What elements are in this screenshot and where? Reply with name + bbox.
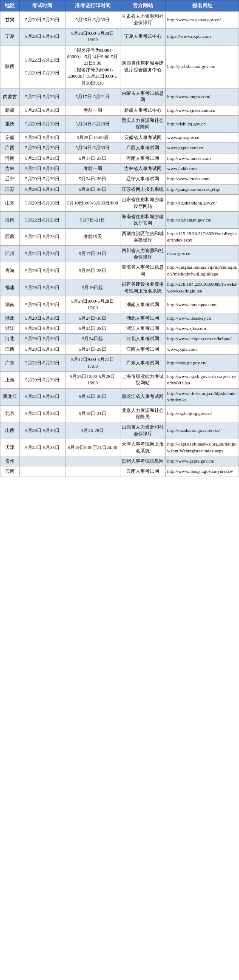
header-official: 官方网站 <box>120 0 165 11</box>
table-row-exam-time: 5月29日-5月30日 <box>20 279 65 296</box>
header-admit-time: 准考证打印时间 <box>65 0 120 11</box>
table-row-admit-time: 5月20日-30日 <box>65 184 120 194</box>
table-row-admit-time: 5月17日-5月21日 <box>65 88 120 105</box>
table-row-register: http://www.rst.gansu.gov.cn/ <box>166 11 239 28</box>
table-row-admit-time: 5月24日起 <box>65 334 120 344</box>
table-row-region: 湖南 <box>0 296 20 313</box>
table-row-region: 北京 <box>0 405 20 422</box>
table-row-register: http://zjt.hainan.gov.cn/ <box>166 211 239 228</box>
table-row-exam-time: 5月22日-5月23日 <box>20 355 65 372</box>
table-row-exam-time: 5月29日-5月30日 <box>20 195 65 212</box>
exam-table: 地区 考试时间 准考证打印时间 官方网站 报名网址 甘肃5月29日-5月30日5… <box>0 0 239 477</box>
table-row-region: 青海 <box>0 262 20 279</box>
table-row-region: 辽宁 <box>0 174 20 184</box>
table-row-exam-time: 5月29日-5月30日 <box>20 184 65 194</box>
table-row-admit-time: 〔报名序号为00001-80000〕:5月14日9:00-5月23日9:30 〔… <box>65 45 120 88</box>
table-row-official: 安徽省人事考试网 <box>120 132 165 142</box>
table-row-register: www.gxpta.com.cn <box>166 143 239 153</box>
table-row-exam-time <box>20 466 65 477</box>
table-row-official: 西藏自治区住房和城乡建设厅 <box>120 228 165 245</box>
table-row-official: 天津人事考试网上报名系统 <box>120 439 165 456</box>
table-row-exam-time: 5月22日-5月23日 <box>20 405 65 422</box>
table-row-admit-time: 5月24日-30日 <box>65 313 120 323</box>
table-row-admit-time: 5月24日-5月28日 <box>65 116 120 133</box>
table-row-official: 四川省人力资源和社会保障厅 <box>120 245 165 262</box>
table-row-official: 黑龙江省人事考试网 <box>120 388 165 405</box>
table-row-register: http://www.xjrsks.com.cn <box>166 105 239 115</box>
table-row-exam-time: 5月22日-5月23日 <box>20 439 65 456</box>
table-row-exam-time: 5月29日-5月30日 <box>20 116 65 133</box>
table-row-exam-time: 5月29日-5月30日 <box>20 11 65 28</box>
table-row-official: 陕西省住房和城乡建设厅综合服务中心 <box>120 45 165 88</box>
table-row-region: 河南 <box>0 153 20 163</box>
table-row-admit-time: 5月24日-28日 <box>65 324 120 334</box>
table-row-exam-time: 5月29日-5月30日 <box>20 262 65 279</box>
table-row-exam-time: 5月22日-5月23日 5月29日-5月30日 <box>20 45 65 88</box>
table-row-region: 湖北 <box>0 313 20 323</box>
table-row-region: 安徽 <box>0 132 20 142</box>
table-row-region: 天津 <box>0 439 20 456</box>
table-row-official: 河北人事考试网 <box>120 334 165 344</box>
table-row-admit-time: 5月24日9:00-5月28日17:00 <box>65 296 120 313</box>
table-row-official: 山东省住房和城乡建设厅网站 <box>120 195 165 212</box>
table-row-region: 广西 <box>0 143 20 153</box>
table-row-official: 吉林省人事考试网 <box>120 164 165 174</box>
table-row-official: 上海市职业能力考试院网站 <box>120 372 165 389</box>
table-row-register: http://218.104.239.163:8088/jwwsks/web/k… <box>166 279 239 296</box>
table-row-region: 江西 <box>0 344 20 354</box>
table-row-region: 浙江 <box>0 324 20 334</box>
table-row-region: 内蒙古 <box>0 88 20 105</box>
table-row-admit-time: 考前15天 <box>65 228 120 245</box>
table-row-official: 山西省人力资源和社会保障厅 <box>120 422 165 439</box>
table-row-official: 重庆人力资源和社会保障网 <box>120 116 165 133</box>
table-row-admit-time: 5月17日-23日 <box>65 153 120 163</box>
table-row-admit-time: 5月17日9:00-5月21日17:00 <box>65 355 120 372</box>
table-row-admit-time: 考前一周 <box>65 105 120 115</box>
table-row-official: 河南人事考试网 <box>120 153 165 163</box>
table-row-admit-time <box>65 466 120 477</box>
table-row-region: 山东 <box>0 195 20 212</box>
table-row-official: 江苏省网上报名系统 <box>120 184 165 194</box>
table-row-official: 内蒙古人事考试信息网 <box>120 88 165 105</box>
table-row-official: 湖南人事考试网 <box>120 296 165 313</box>
table-row-admit-time <box>65 456 120 466</box>
table-row-admit-time: 5月24日-28日 <box>65 344 120 354</box>
table-row-admit-time: 5月25日10:00-5月28日16:00 <box>65 372 120 389</box>
table-row-exam-time: 5月29日-5月30日 <box>20 313 65 323</box>
table-row-exam-time: 5月29日-5月30日 <box>20 28 65 45</box>
table-row-exam-time: 5月29日-5月30日 <box>20 372 65 389</box>
table-row-register: https://www.nxpta.com <box>166 28 239 45</box>
header-register: 报名网址 <box>166 0 239 11</box>
table-row-register: http://jszf.shaanxi.gov.cn/ <box>166 45 239 88</box>
table-row-admit-time: 5月19日起 <box>65 279 120 296</box>
table-row-region: 上海 <box>0 372 20 389</box>
table-row-register: http://www.hrss.yn.gov.cn/ynrsksw <box>166 466 239 477</box>
table-row-admit-time: 5月25-28日 <box>65 422 120 439</box>
table-row-region: 重庆 <box>0 116 20 133</box>
table-row-register: http://rst.shanxi.gov.cn/rsks/ <box>166 422 239 439</box>
table-row-official: 新疆人事考试中心 <box>120 105 165 115</box>
table-row-register: http://www.lnrsks.com <box>166 174 239 184</box>
table-row-region: 海南 <box>0 211 20 228</box>
table-row-region: 福建 <box>0 279 20 296</box>
table-row-region: 云南 <box>0 466 20 477</box>
table-row-official: 湖北人事考试网 <box>120 313 165 323</box>
table-row-region: 宁夏 <box>0 28 20 45</box>
table-row-admit-time: 5月24日-30日 <box>65 174 120 184</box>
table-row-register: http://115.28.96.217:8030/webRegister/in… <box>166 228 239 245</box>
table-row-region: 江苏 <box>0 184 20 194</box>
table-row-register: http://jiangsu.nomax.vip/tip/ <box>166 184 239 194</box>
table-row-admit-time: 5月17日-21日 <box>65 245 120 262</box>
table-row-exam-time: 5月29日-5月30日 <box>20 324 65 334</box>
table-row-exam-time: 5月29日-5月30日 <box>20 105 65 115</box>
table-row-official: 福建省建设执业资格考试网上报名系统 <box>120 279 165 296</box>
table-row-region: 黑龙江 <box>0 388 20 405</box>
table-row-region: 新疆 <box>0 105 20 115</box>
table-row-exam-time: 5月22日-5月23日 <box>20 228 65 245</box>
table-row-exam-time: 5月29日-5月30日 <box>20 296 65 313</box>
table-row-official: 甘肃省人力资源和社会保障厅 <box>120 11 165 28</box>
table-row-official: 广东人事考试网 <box>120 355 165 372</box>
table-row-register: http://qzpta0.chinasyks.org.cn/tianjinws… <box>166 439 239 456</box>
table-row-exam-time: 5月29日-5月30日 <box>20 143 65 153</box>
table-row-official: 江西人事考试网 <box>120 344 165 354</box>
